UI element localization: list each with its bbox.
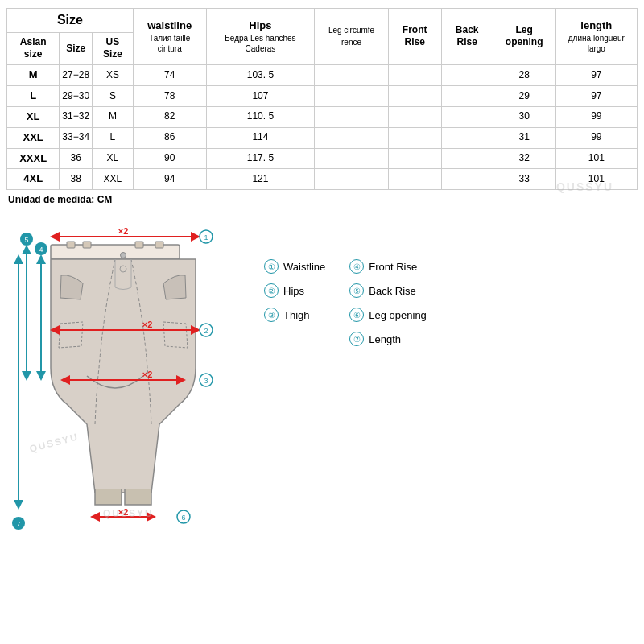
leg-opening-cell: 33 bbox=[493, 169, 555, 190]
legend-label: Thigh bbox=[283, 309, 310, 321]
legend-item: ② Hips bbox=[264, 283, 325, 298]
leg-opening-cell: 30 bbox=[493, 106, 555, 127]
svg-text:2: 2 bbox=[204, 327, 208, 335]
legend-number: ⑤ bbox=[349, 283, 364, 298]
leg-cell bbox=[315, 127, 388, 148]
unit-note: Unidad de medida: CM bbox=[8, 194, 112, 205]
asian-size-header: Asian size bbox=[7, 32, 60, 64]
table-row: M 27−28 XS 74 103. 5 28 97 bbox=[7, 64, 638, 85]
legend-item: ⑦ Length bbox=[349, 332, 427, 346]
legend-left-col: ① Waistline ② Hips ③ Thigh bbox=[264, 259, 325, 346]
us-size-cell: M bbox=[93, 106, 134, 127]
legend-label: Back Rise bbox=[369, 285, 416, 297]
hips-cell: 110. 5 bbox=[206, 106, 315, 127]
svg-text:7: 7 bbox=[16, 520, 20, 528]
back-rise-cell bbox=[441, 169, 493, 190]
asian-size-cell: XL bbox=[7, 106, 60, 127]
svg-text:1: 1 bbox=[204, 233, 208, 242]
length-cell: 97 bbox=[555, 64, 637, 85]
legend-label: Front Rise bbox=[369, 261, 417, 273]
waist-cell: 78 bbox=[133, 85, 206, 106]
us-size-cell: XXL bbox=[93, 169, 134, 190]
legend-number: ③ bbox=[264, 308, 279, 322]
back-rise-header: Back Rise bbox=[441, 9, 493, 65]
size-cell: 27−28 bbox=[60, 64, 93, 85]
front-rise-cell bbox=[388, 85, 441, 106]
svg-point-6 bbox=[121, 253, 126, 258]
svg-text:4: 4 bbox=[39, 246, 43, 254]
table-row: XXL 33−34 L 86 114 31 99 bbox=[7, 127, 638, 148]
svg-rect-4 bbox=[155, 242, 163, 248]
waist-cell: 94 bbox=[133, 169, 206, 190]
back-rise-cell bbox=[441, 64, 493, 85]
front-rise-cell bbox=[388, 169, 441, 190]
hips-cell: 117. 5 bbox=[206, 148, 315, 169]
table-row: XL 31−32 M 82 110. 5 30 99 bbox=[7, 106, 638, 127]
size-sub-header: Size bbox=[60, 32, 93, 64]
legend-section: ① Waistline ② Hips ③ Thigh ④ Front Rise … bbox=[240, 219, 638, 346]
asian-size-cell: XXL bbox=[7, 127, 60, 148]
front-rise-cell bbox=[388, 148, 441, 169]
back-rise-cell bbox=[441, 106, 493, 127]
hips-cell: 103. 5 bbox=[206, 64, 315, 85]
svg-text:6: 6 bbox=[181, 514, 185, 522]
legend-item: ⑥ Leg opening bbox=[349, 308, 427, 322]
legend-number: ① bbox=[264, 259, 279, 274]
waist-cell: 82 bbox=[133, 106, 206, 127]
legend-item: ③ Thigh bbox=[264, 308, 325, 322]
front-rise-header: Front Rise bbox=[388, 9, 441, 65]
length-cell: 99 bbox=[555, 127, 637, 148]
legend-columns: ① Waistline ② Hips ③ Thigh ④ Front Rise … bbox=[264, 259, 638, 346]
svg-rect-1 bbox=[67, 242, 75, 248]
hips-cell: 121 bbox=[206, 169, 315, 190]
asian-size-cell: M bbox=[7, 64, 60, 85]
front-rise-cell bbox=[388, 64, 441, 85]
hips-cell: 107 bbox=[206, 85, 315, 106]
diagram-section: ×2 1 ×2 2 ×2 3 ×2 6 bbox=[0, 214, 644, 538]
leg-cell bbox=[315, 148, 388, 169]
us-size-cell: XS bbox=[93, 64, 134, 85]
svg-text:5: 5 bbox=[24, 236, 28, 244]
leg-opening-cell: 29 bbox=[493, 85, 555, 106]
length-header: length длина longueur largo bbox=[555, 9, 637, 65]
legend-number: ⑦ bbox=[349, 332, 364, 346]
size-table: Size waistline Талия taille cintura Hips… bbox=[6, 8, 638, 190]
size-cell: 36 bbox=[60, 148, 93, 169]
asian-size-cell: XXXL bbox=[7, 148, 60, 169]
leg-opening-cell: 31 bbox=[493, 127, 555, 148]
leg-cell bbox=[315, 106, 388, 127]
leg-cell bbox=[315, 169, 388, 190]
table-row: XXXL 36 XL 90 117. 5 32 101 bbox=[7, 148, 638, 169]
length-cell: 101 bbox=[555, 148, 637, 169]
table-row: L 29−30 S 78 107 29 97 bbox=[7, 85, 638, 106]
legend-label: Length bbox=[369, 333, 401, 345]
leg-cell bbox=[315, 64, 388, 85]
leg-cell bbox=[315, 85, 388, 106]
waist-cell: 74 bbox=[133, 64, 206, 85]
svg-text:×2: ×2 bbox=[118, 226, 129, 236]
length-cell: 101 bbox=[555, 169, 637, 190]
legend-number: ② bbox=[264, 283, 279, 298]
back-rise-cell bbox=[441, 148, 493, 169]
us-size-header: US Size bbox=[93, 32, 134, 64]
waistline-header: waistline Талия taille cintura bbox=[133, 9, 206, 65]
waist-cell: 90 bbox=[133, 148, 206, 169]
hips-header: Hips Бедра Les hanches Caderas bbox=[206, 9, 315, 65]
size-cell: 38 bbox=[60, 169, 93, 190]
legend-label: Hips bbox=[283, 285, 304, 297]
legend-right-col: ④ Front Rise ⑤ Back Rise ⑥ Leg opening ⑦… bbox=[349, 259, 427, 346]
diagram-container: ×2 1 ×2 2 ×2 3 ×2 6 bbox=[6, 219, 240, 533]
hips-cell: 114 bbox=[206, 127, 315, 148]
size-cell: 29−30 bbox=[60, 85, 93, 106]
front-rise-cell bbox=[388, 127, 441, 148]
table-row: 4XL 38 XXL 94 121 33 101 bbox=[7, 169, 638, 190]
svg-rect-3 bbox=[135, 242, 143, 248]
svg-rect-2 bbox=[83, 242, 91, 248]
length-cell: 97 bbox=[555, 85, 637, 106]
back-rise-cell bbox=[441, 127, 493, 148]
svg-text:QUSSYU: QUSSYU bbox=[28, 431, 80, 455]
leg-header: Leg circumfe rence bbox=[315, 9, 388, 65]
legend-label: Waistline bbox=[283, 261, 325, 273]
length-cell: 99 bbox=[555, 106, 637, 127]
back-rise-cell bbox=[441, 85, 493, 106]
